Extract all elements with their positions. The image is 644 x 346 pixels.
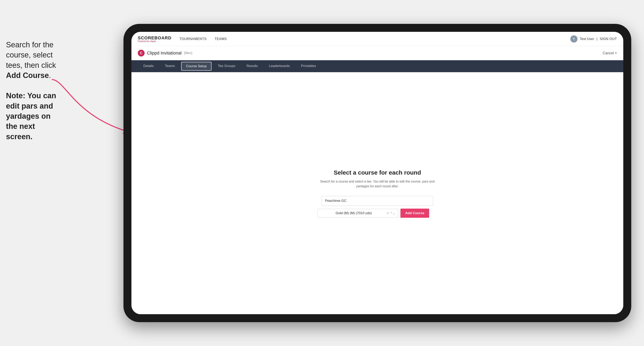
tee-clear-icon[interactable]: × (387, 211, 388, 215)
nav-tournaments[interactable]: TOURNAMENTS (180, 37, 206, 41)
nav-right: T Test User | Sign out (570, 35, 617, 42)
tab-leaderboards[interactable]: Leaderboards (264, 60, 296, 72)
user-name: Test User (580, 37, 594, 41)
tablet-screen: SCOREBOARD Powered by clippd TOURNAMENTS… (132, 32, 623, 314)
top-nav: SCOREBOARD Powered by clippd TOURNAMENTS… (132, 32, 623, 46)
tee-select-row: Gold (M) (M) (7010 yds) × ⌃⌄ Add Course (318, 209, 429, 218)
cancel-button[interactable]: Cancel × (602, 51, 617, 55)
annotation-bold: Add Course (6, 71, 49, 80)
tournament-logo: C (138, 50, 144, 56)
course-select-desc: Search for a course and select a tee. Yo… (318, 179, 437, 189)
main-content: Select a course for each round Search fo… (132, 72, 623, 314)
tab-course-setup[interactable]: Course Setup (181, 62, 212, 71)
tournament-bar: C Clippd Invitational (Men) Cancel × (132, 46, 623, 60)
tournament-gender: (Men) (184, 51, 192, 55)
tee-select-controls: × ⌃⌄ (387, 211, 395, 215)
sign-out-link[interactable]: Sign out (600, 37, 617, 41)
add-course-button[interactable]: Add Course (400, 209, 429, 218)
tab-tee-groups[interactable]: Tee Groups (212, 60, 241, 72)
tab-printables[interactable]: Printables (296, 60, 322, 72)
tablet-device: SCOREBOARD Powered by clippd TOURNAMENTS… (124, 24, 631, 322)
logo: SCOREBOARD Powered by clippd (138, 35, 172, 42)
annotation-note: Note: You can edit pars and yardages on … (6, 91, 56, 141)
nav-teams[interactable]: TEAMS (214, 37, 226, 41)
annotation-period: . (49, 71, 51, 80)
annotation-text: Search for the course, select tees, then… (6, 40, 62, 142)
annotation-line1: Search for the course, select tees, then… (6, 40, 56, 69)
course-select-title: Select a course for each round (318, 169, 437, 176)
course-card: Select a course for each round Search fo… (318, 169, 437, 218)
tab-results[interactable]: Results (241, 60, 264, 72)
tournament-name: Clippd Invitational (147, 50, 182, 56)
tee-toggle-icon[interactable]: ⌃⌄ (390, 211, 395, 215)
tee-select-wrapper[interactable]: Gold (M) (M) (7010 yds) × ⌃⌄ (318, 209, 398, 217)
nav-separator: | (596, 37, 597, 41)
tab-teams[interactable]: Teams (159, 60, 180, 72)
course-search-input[interactable] (322, 196, 433, 206)
nav-left: SCOREBOARD Powered by clippd TOURNAMENTS… (138, 35, 226, 42)
tab-nav: Details Teams Course Setup Tee Groups Re… (132, 60, 623, 72)
tee-select-value: Gold (M) (M) (7010 yds) (320, 211, 387, 215)
tournament-title: C Clippd Invitational (Men) (138, 50, 192, 56)
logo-sub: Powered by clippd (138, 40, 172, 42)
tab-details[interactable]: Details (138, 60, 159, 72)
user-avatar: T (570, 35, 578, 42)
